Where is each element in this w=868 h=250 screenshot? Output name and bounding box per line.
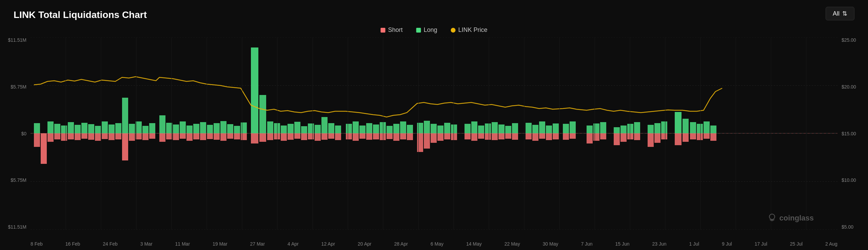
svg-rect-45 [315,125,321,133]
svg-rect-135 [308,133,314,139]
svg-rect-128 [259,133,266,142]
svg-rect-89 [661,121,667,133]
svg-rect-85 [627,124,633,133]
svg-rect-169 [563,133,569,140]
svg-rect-120 [200,133,206,140]
x-label-22: 2 Aug [825,241,837,247]
svg-rect-180 [661,133,667,139]
svg-rect-76 [546,126,552,133]
svg-rect-95 [710,126,716,133]
svg-rect-110 [129,133,135,141]
svg-rect-49 [346,124,352,133]
svg-rect-53 [373,124,379,133]
svg-rect-152 [431,133,437,143]
svg-rect-44 [308,123,314,133]
short-label: Short [388,26,402,34]
svg-rect-119 [193,133,199,139]
long-label: Long [423,26,437,34]
x-label-0: 8 Feb [31,241,43,247]
timeframe-dropdown[interactable]: All ⇅ [826,7,854,20]
y-left-4: $11.51M [8,224,26,230]
svg-rect-168 [553,133,559,139]
svg-rect-54 [380,122,386,133]
svg-rect-130 [274,133,280,139]
svg-rect-159 [485,133,491,140]
svg-rect-178 [648,133,654,147]
chart-svg-area [31,37,837,230]
svg-rect-117 [180,133,186,139]
svg-rect-174 [614,133,620,145]
svg-rect-163 [512,133,518,140]
chart-title: LINK Total Liquidations Chart [14,9,147,20]
y-axis-left: $11.51M $5.75M $0 $5.75M $11.51M [0,37,30,230]
svg-rect-87 [648,125,654,133]
svg-rect-98 [54,133,60,139]
svg-rect-181 [675,133,682,145]
svg-rect-16 [108,124,115,133]
svg-rect-164 [526,133,532,139]
svg-rect-70 [498,124,505,133]
svg-rect-28 [193,124,199,133]
svg-rect-167 [546,133,552,140]
svg-rect-77 [553,123,559,133]
svg-rect-12 [81,123,87,133]
svg-rect-147 [393,133,399,141]
svg-rect-104 [88,133,94,140]
svg-rect-38 [267,121,273,133]
svg-rect-79 [570,121,576,133]
svg-rect-177 [634,133,640,140]
svg-rect-26 [180,121,186,133]
x-label-7: 4 Apr [288,241,299,247]
svg-rect-31 [214,123,220,133]
svg-rect-94 [704,121,710,133]
svg-rect-83 [614,127,620,133]
x-label-15: 7 Jun [581,241,592,247]
svg-rect-81 [593,123,599,133]
svg-rect-69 [492,122,498,133]
chart-legend: Short Long LINK Price [380,26,487,34]
svg-rect-153 [437,133,443,141]
y-left-1: $5.75M [11,84,26,90]
svg-rect-29 [200,122,206,133]
svg-rect-41 [288,124,294,133]
legend-long: Long [416,26,437,34]
svg-rect-34 [234,126,240,133]
watermark: coinglass [767,213,814,223]
svg-rect-13 [88,124,94,133]
svg-rect-107 [108,133,115,140]
svg-rect-129 [267,133,273,140]
svg-rect-140 [346,133,352,139]
svg-rect-101 [68,133,74,139]
svg-rect-46 [321,117,328,133]
svg-rect-157 [471,133,477,141]
svg-rect-118 [186,133,193,141]
svg-rect-50 [353,121,359,133]
x-label-13: 22 May [505,241,520,247]
svg-rect-148 [400,133,406,139]
svg-rect-126 [241,133,247,140]
svg-rect-63 [444,123,450,133]
svg-rect-176 [627,133,633,139]
svg-rect-141 [353,133,359,141]
svg-rect-25 [173,124,179,133]
svg-rect-68 [485,123,491,133]
svg-rect-75 [539,121,545,133]
svg-rect-156 [465,133,471,139]
svg-rect-21 [142,126,149,133]
svg-rect-62 [437,126,443,133]
svg-rect-78 [563,124,569,133]
svg-rect-113 [149,133,155,139]
svg-rect-149 [407,133,413,140]
svg-rect-47 [328,123,334,133]
svg-rect-90 [675,112,682,133]
x-label-2: 24 Feb [103,241,118,247]
svg-rect-142 [359,133,366,139]
svg-rect-138 [328,133,334,139]
svg-rect-8 [54,124,60,133]
svg-rect-139 [335,133,341,140]
y-left-0: $11.51M [8,37,26,43]
svg-rect-146 [387,133,393,139]
svg-point-209 [769,214,775,219]
svg-rect-109 [122,133,128,160]
price-label: LINK Price [458,26,488,34]
